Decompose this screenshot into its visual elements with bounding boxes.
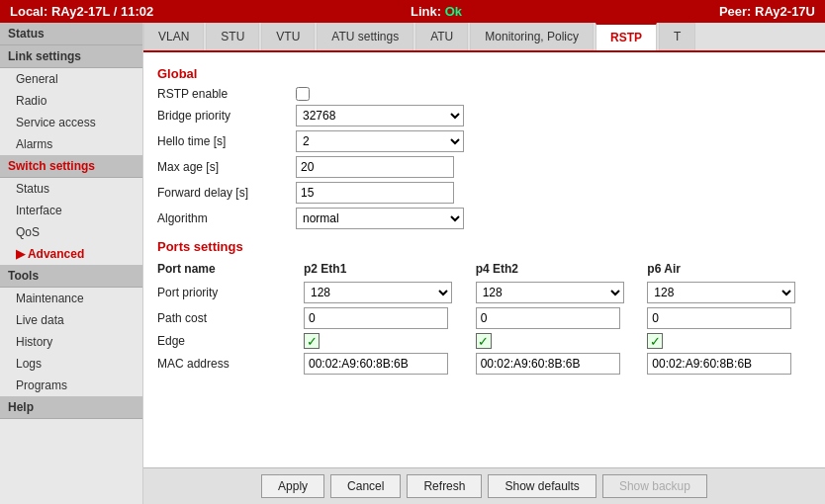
- edge-p6-checkbox[interactable]: ✓: [647, 333, 663, 349]
- port-name-header: Port name: [157, 260, 296, 278]
- path-cost-p6-cell: [647, 307, 811, 329]
- peer-value: RAy2-17U: [755, 4, 815, 19]
- forward-delay-label: Forward delay [s]: [157, 186, 296, 200]
- path-cost-p6-input[interactable]: [647, 307, 791, 329]
- ports-grid: Port name p2 Eth1 p4 Eth2 p6 Air Port pr…: [157, 260, 811, 375]
- port-priority-p6-select[interactable]: 128: [647, 282, 795, 303]
- port-priority-p4-cell: 128: [476, 282, 640, 303]
- algorithm-label: Algorithm: [157, 211, 296, 225]
- show-defaults-button[interactable]: Show defaults: [488, 474, 596, 498]
- sidebar-item-history[interactable]: History: [0, 331, 142, 353]
- mac-p6-cell: [647, 353, 811, 375]
- bottom-bar: Apply Cancel Refresh Show defaults Show …: [143, 467, 825, 504]
- sidebar-section-switch-settings: Switch settings: [0, 155, 142, 178]
- tab-atu[interactable]: ATU: [415, 23, 468, 50]
- mac-p2-cell: [304, 353, 468, 375]
- hello-time-select[interactable]: 2: [296, 130, 464, 152]
- tab-monitoring-policy[interactable]: Monitoring, Policy: [470, 23, 594, 50]
- mac-p4-input[interactable]: [476, 353, 620, 375]
- refresh-button[interactable]: Refresh: [407, 474, 482, 498]
- sidebar-item-switch-status[interactable]: Status: [0, 178, 142, 200]
- sidebar-item-alarms[interactable]: Alarms: [0, 133, 142, 155]
- edge-p4-cell: ✓: [476, 333, 640, 349]
- port-priority-p6-cell: 128: [647, 282, 811, 303]
- link-value: Ok: [445, 4, 462, 19]
- port-priority-label: Port priority: [157, 286, 296, 299]
- path-cost-p2-input[interactable]: [304, 307, 448, 329]
- peer-label: Peer:: [719, 4, 752, 19]
- tab-bar: VLAN STU VTU ATU settings ATU Monitoring…: [143, 23, 825, 52]
- hello-time-label: Hello time [s]: [157, 134, 296, 148]
- sidebar-section-link-settings: Link settings: [0, 45, 142, 68]
- sidebar-item-maintenance[interactable]: Maintenance: [0, 288, 142, 309]
- sidebar-item-interface[interactable]: Interface: [0, 200, 142, 221]
- forward-delay-input[interactable]: [296, 182, 454, 204]
- sidebar-item-logs[interactable]: Logs: [0, 353, 142, 375]
- mac-address-label: MAC address: [157, 357, 296, 371]
- tab-atu-settings[interactable]: ATU settings: [317, 23, 413, 50]
- forward-delay-row: Forward delay [s]: [157, 182, 811, 204]
- ports-section: Ports settings Port name p2 Eth1 p4 Eth2…: [157, 239, 811, 375]
- apply-button[interactable]: Apply: [261, 474, 324, 498]
- port-priority-p2-cell: 128: [304, 282, 468, 303]
- port-priority-p2-select[interactable]: 128: [304, 282, 452, 303]
- sidebar-item-live-data[interactable]: Live data: [0, 309, 142, 331]
- local-label: Local:: [10, 4, 47, 19]
- sidebar-section-tools: Tools: [0, 265, 142, 288]
- ports-section-title: Ports settings: [157, 239, 811, 254]
- algorithm-row: Algorithm normal: [157, 208, 811, 229]
- sidebar-item-programs[interactable]: Programs: [0, 375, 142, 396]
- sidebar-item-general[interactable]: General: [0, 68, 142, 90]
- bridge-priority-label: Bridge priority: [157, 109, 296, 123]
- bridge-priority-select[interactable]: 32768: [296, 105, 464, 126]
- content-body: Global RSTP enable Bridge priority 32768…: [143, 52, 825, 467]
- content-area: VLAN STU VTU ATU settings ATU Monitoring…: [143, 23, 825, 504]
- sidebar-item-qos[interactable]: QoS: [0, 221, 142, 243]
- top-bar: Local: RAy2-17L / 11:02 Link: Ok Peer: R…: [0, 0, 825, 23]
- edge-label: Edge: [157, 334, 296, 348]
- link-info: Link: Ok: [411, 4, 462, 19]
- hello-time-row: Hello time [s] 2: [157, 130, 811, 152]
- mac-p6-input[interactable]: [647, 353, 791, 375]
- tab-stu[interactable]: STU: [206, 23, 259, 50]
- peer-info: Peer: RAy2-17U: [719, 4, 815, 19]
- sidebar-item-radio[interactable]: Radio: [0, 90, 142, 112]
- rstp-enable-checkbox[interactable]: [296, 87, 310, 101]
- tab-rstp[interactable]: RSTP: [596, 23, 657, 50]
- max-age-label: Max age [s]: [157, 160, 296, 174]
- tab-t[interactable]: T: [659, 23, 695, 50]
- sidebar-section-help[interactable]: Help: [0, 396, 142, 419]
- mac-p4-cell: [476, 353, 640, 375]
- tab-vlan[interactable]: VLAN: [143, 23, 204, 50]
- global-section-title: Global: [157, 66, 811, 81]
- port-priority-p4-select[interactable]: 128: [476, 282, 624, 303]
- local-value: RAy2-17L / 11:02: [51, 4, 153, 19]
- edge-p2-checkbox[interactable]: ✓: [304, 333, 320, 349]
- local-info: Local: RAy2-17L / 11:02: [10, 4, 153, 19]
- sidebar-item-service-access[interactable]: Service access: [0, 112, 142, 133]
- rstp-enable-label: RSTP enable: [157, 87, 296, 101]
- edge-p4-checkbox[interactable]: ✓: [476, 333, 492, 349]
- p2-header: p2 Eth1: [304, 260, 468, 278]
- link-label: Link:: [411, 4, 441, 19]
- cancel-button[interactable]: Cancel: [330, 474, 401, 498]
- path-cost-p2-cell: [304, 307, 468, 329]
- sidebar-item-advanced[interactable]: Advanced: [0, 243, 142, 265]
- sidebar: Status Link settings General Radio Servi…: [0, 23, 143, 504]
- mac-p2-input[interactable]: [304, 353, 448, 375]
- algorithm-select[interactable]: normal: [296, 208, 464, 229]
- max-age-row: Max age [s]: [157, 156, 811, 178]
- max-age-input[interactable]: [296, 156, 454, 178]
- p4-header: p4 Eth2: [476, 260, 640, 278]
- edge-p2-cell: ✓: [304, 333, 468, 349]
- tab-vtu[interactable]: VTU: [261, 23, 315, 50]
- path-cost-label: Path cost: [157, 311, 296, 325]
- p6-header: p6 Air: [647, 260, 811, 278]
- path-cost-p4-input[interactable]: [476, 307, 620, 329]
- show-backup-button[interactable]: Show backup: [602, 474, 707, 498]
- edge-p6-cell: ✓: [647, 333, 811, 349]
- rstp-enable-row: RSTP enable: [157, 87, 811, 101]
- sidebar-section-status[interactable]: Status: [0, 23, 142, 45]
- path-cost-p4-cell: [476, 307, 640, 329]
- bridge-priority-row: Bridge priority 32768: [157, 105, 811, 126]
